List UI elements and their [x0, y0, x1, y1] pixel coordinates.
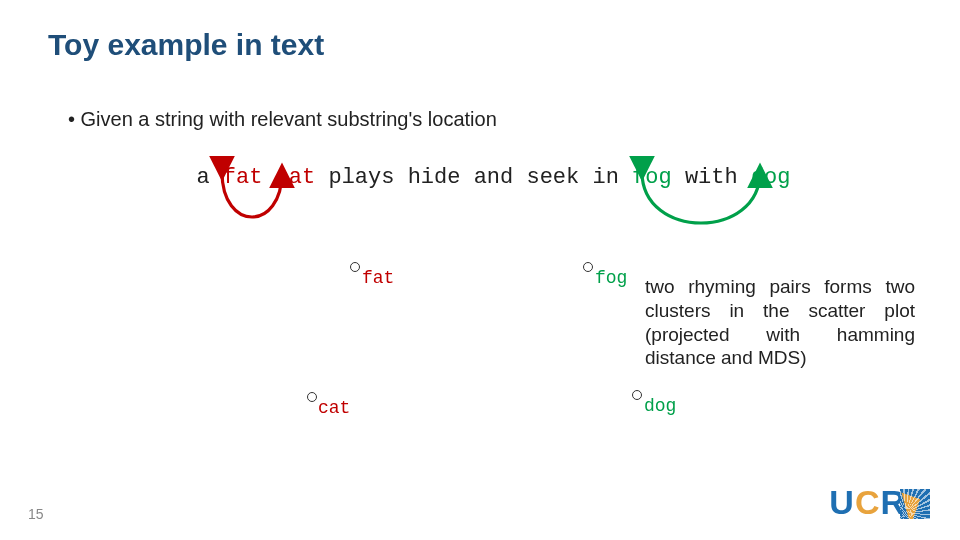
logo-letter-c: C [855, 483, 879, 522]
word-fog: fog [632, 165, 672, 190]
example-sentence: a fat cat plays hide and seek in fog wit… [170, 140, 791, 190]
scatter-point-fat [350, 262, 360, 272]
scatter-label-dog: dog [644, 396, 676, 416]
logo-letter-u: U [829, 483, 853, 522]
space-1 [262, 165, 275, 190]
logo-sunburst-icon [900, 489, 930, 519]
scatter-point-cat [307, 392, 317, 402]
ucr-logo: U C R [829, 483, 930, 522]
connector-arrows [0, 0, 960, 540]
slide-title: Toy example in text [48, 28, 324, 62]
word-fat: fat [223, 165, 263, 190]
word-dog: dog [751, 165, 791, 190]
word-a: a [196, 165, 222, 190]
word-cat: cat [276, 165, 316, 190]
scatter-point-dog [632, 390, 642, 400]
bullet-text: Given a string with relevant substring's… [68, 108, 497, 131]
scatter-point-fog [583, 262, 593, 272]
scatter-label-fog: fog [595, 268, 627, 288]
page-number: 15 [28, 506, 44, 522]
scatter-label-cat: cat [318, 398, 350, 418]
scatter-label-fat: fat [362, 268, 394, 288]
words-mid: plays hide and seek in [315, 165, 632, 190]
words-with: with [672, 165, 751, 190]
scatter-caption: two rhyming pairs forms two clusters in … [645, 275, 915, 370]
